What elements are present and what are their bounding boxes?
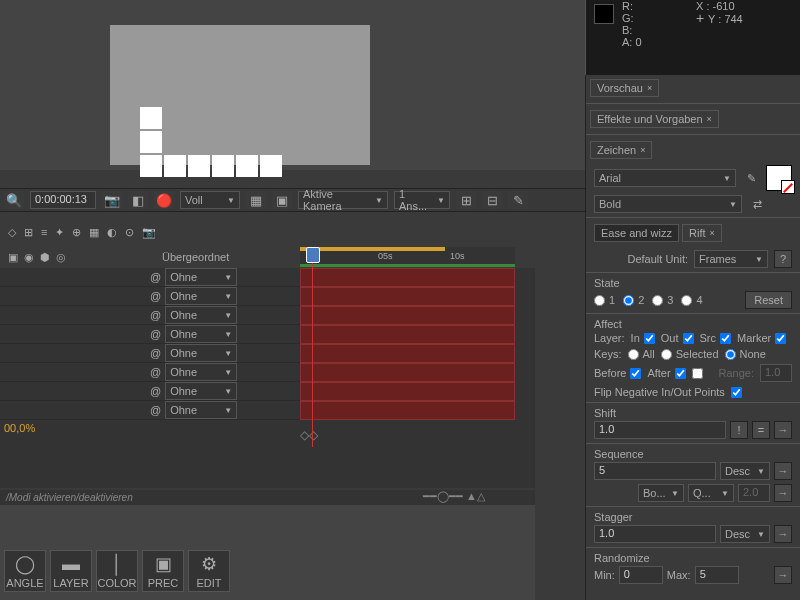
max-input[interactable]: 5 (695, 566, 739, 584)
eq-button[interactable]: = (752, 421, 770, 439)
keys-all-radio[interactable]: All (628, 348, 655, 360)
layer-row[interactable]: @Ohne▼ (0, 325, 300, 344)
keyframe-markers[interactable]: ◇◇ (300, 428, 318, 442)
spiral-icon[interactable]: @ (150, 290, 161, 302)
bo-dropdown[interactable]: Bo...▼ (638, 484, 684, 502)
spiral-icon[interactable]: @ (150, 366, 161, 378)
swap-icon[interactable]: ⇄ (748, 195, 766, 213)
layer-row[interactable]: @Ohne▼ (0, 401, 300, 420)
fill-stroke-swatch[interactable] (766, 165, 792, 191)
color-icon[interactable]: 🔴 (154, 191, 174, 209)
layer-bar[interactable] (300, 363, 515, 382)
go-button[interactable]: → (774, 566, 792, 584)
snapshot-icon[interactable]: 📷 (102, 191, 122, 209)
font-family-dropdown[interactable]: Arial▼ (594, 169, 736, 187)
zoom-pct[interactable]: 00,0% (0, 420, 300, 436)
switch-icon[interactable]: ◎ (56, 251, 66, 264)
min-input[interactable]: 0 (619, 566, 663, 584)
go-button[interactable]: → (774, 484, 792, 502)
keys-none-radio[interactable]: None (725, 348, 766, 360)
layer-row[interactable]: @Ohne▼ (0, 287, 300, 306)
spiral-icon[interactable]: @ (150, 404, 161, 416)
zoom-slider[interactable]: ━━◯━━ ▲△ (423, 490, 485, 503)
eyedropper-icon[interactable]: ✎ (742, 169, 760, 187)
layer-row[interactable]: @Ohne▼ (0, 363, 300, 382)
before-checkbox[interactable]: Before (594, 367, 641, 379)
tool-icon[interactable]: ⊕ (72, 226, 81, 239)
close-icon[interactable]: × (647, 83, 652, 93)
state-4-radio[interactable]: 4 (681, 294, 702, 306)
flip-checkbox[interactable]: Flip Negative In/Out Points (594, 386, 792, 398)
unit-dropdown[interactable]: Frames▼ (694, 250, 768, 268)
mask-icon[interactable]: ▣ (272, 191, 292, 209)
tool-icon[interactable]: ≡ (41, 226, 47, 238)
out-checkbox[interactable]: Out (661, 332, 694, 344)
time-display[interactable]: 0:00:00:13 (30, 191, 96, 209)
magnify-icon[interactable]: 🔍 (4, 191, 24, 209)
tab-effekte[interactable]: Effekte und Vorgaben× (590, 110, 719, 128)
parent-dropdown[interactable]: Ohne▼ (165, 363, 237, 381)
layer-row[interactable]: @Ohne▼ (0, 344, 300, 363)
parent-dropdown[interactable]: Ohne▼ (165, 325, 237, 343)
edit-button[interactable]: ⚙EDIT (188, 550, 230, 592)
shift-input[interactable]: 1.0 (594, 421, 726, 439)
tab-zeichen[interactable]: Zeichen× (590, 141, 652, 159)
state-1-radio[interactable]: 1 (594, 294, 615, 306)
parent-dropdown[interactable]: Ohne▼ (165, 382, 237, 400)
layer-bar[interactable] (300, 382, 515, 401)
stagger-input[interactable]: 1.0 (594, 525, 716, 543)
src-checkbox[interactable]: Src (700, 332, 732, 344)
q-dropdown[interactable]: Q...▼ (688, 484, 734, 502)
layer-row[interactable]: @Ohne▼ (0, 268, 300, 287)
angle-button[interactable]: ◯ANGLE (4, 550, 46, 592)
tool-icon[interactable]: ◇ (8, 226, 16, 239)
close-icon[interactable]: × (640, 145, 645, 155)
layer-row[interactable]: @Ohne▼ (0, 306, 300, 325)
tool-icon[interactable]: ⊙ (125, 226, 134, 239)
color-button[interactable]: │COLOR (96, 550, 138, 592)
state-2-radio[interactable]: 2 (623, 294, 644, 306)
tool-icon[interactable]: 📷 (142, 226, 156, 239)
layer-bar[interactable] (300, 268, 515, 287)
spiral-icon[interactable]: @ (150, 309, 161, 321)
state-3-radio[interactable]: 3 (652, 294, 673, 306)
layer-bar[interactable] (300, 325, 515, 344)
tool-icon[interactable]: ◐ (107, 226, 117, 239)
layer-bar[interactable] (300, 306, 515, 325)
switch-icon[interactable]: ◉ (24, 251, 34, 264)
parent-dropdown[interactable]: Ohne▼ (165, 344, 237, 362)
playhead[interactable] (312, 247, 313, 447)
extra-checkbox[interactable] (692, 368, 703, 379)
spiral-icon[interactable]: @ (150, 271, 161, 283)
layer-bar[interactable] (300, 344, 515, 363)
parent-dropdown[interactable]: Ohne▼ (165, 306, 237, 324)
go-button[interactable]: → (774, 421, 792, 439)
after-checkbox[interactable]: After (647, 367, 685, 379)
spiral-icon[interactable]: @ (150, 385, 161, 397)
parent-dropdown[interactable]: Ohne▼ (165, 401, 237, 419)
close-icon[interactable]: × (710, 228, 715, 238)
close-icon[interactable]: × (707, 114, 712, 124)
switch-icon[interactable]: ▣ (8, 251, 18, 264)
tab-rift[interactable]: Rift× (682, 224, 722, 242)
go-button[interactable]: → (774, 525, 792, 543)
layer-button[interactable]: ▬LAYER (50, 550, 92, 592)
channel-icon[interactable]: ◧ (128, 191, 148, 209)
go-button[interactable]: → (774, 462, 792, 480)
marker-checkbox[interactable]: Marker (737, 332, 786, 344)
work-area-bar[interactable] (300, 247, 445, 251)
in-checkbox[interactable]: In (631, 332, 655, 344)
stagger-order-dropdown[interactable]: Desc▼ (720, 525, 770, 543)
resolution-dropdown[interactable]: Voll▼ (180, 191, 240, 209)
tool-icon[interactable]: ⊟ (482, 191, 502, 209)
switch-icon[interactable]: ⬢ (40, 251, 50, 264)
tool-icon[interactable]: ⊞ (456, 191, 476, 209)
keys-selected-radio[interactable]: Selected (661, 348, 719, 360)
layer-bar[interactable] (300, 401, 515, 420)
tool-icon[interactable]: ⊞ (24, 226, 33, 239)
layer-row[interactable]: @Ohne▼ (0, 382, 300, 401)
tool-icon[interactable]: ✎ (508, 191, 528, 209)
bang-button[interactable]: ! (730, 421, 748, 439)
camera-dropdown[interactable]: Aktive Kamera▼ (298, 191, 388, 209)
tool-icon[interactable]: ▦ (89, 226, 99, 239)
